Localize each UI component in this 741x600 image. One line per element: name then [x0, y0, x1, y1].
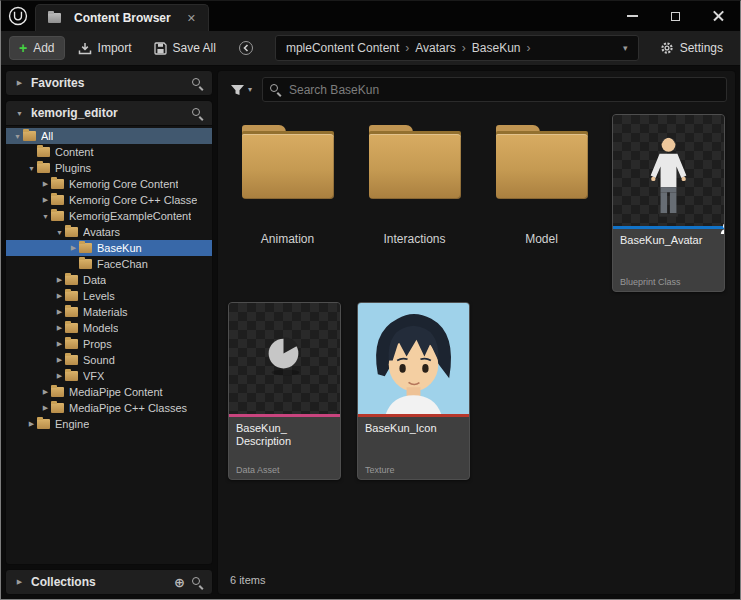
search-icon[interactable]: [191, 77, 204, 90]
import-button[interactable]: Import: [69, 37, 141, 59]
close-button[interactable]: [697, 1, 740, 31]
content-browser-tab-icon: [48, 13, 61, 23]
folder-icon: [493, 124, 591, 200]
chevron-right-icon[interactable]: [54, 308, 65, 316]
add-button-label: Add: [33, 41, 54, 55]
chevron-right-icon[interactable]: [68, 244, 79, 252]
folder-tile-animation[interactable]: Animation: [224, 114, 351, 246]
chevron-down-icon[interactable]: [14, 110, 25, 117]
asset-card-basekun-avatar[interactable]: BaseKun_Avatar Blueprint Class: [612, 114, 725, 292]
tree-item-engine[interactable]: Engine: [6, 416, 212, 432]
asset-thumbnail: [358, 303, 469, 414]
tree-item-content[interactable]: Content: [6, 144, 212, 160]
back-arrow-icon: [238, 41, 254, 55]
window-controls: [611, 1, 740, 31]
tree-item-vfx[interactable]: VFX: [6, 368, 212, 384]
chevron-right-icon[interactable]: [54, 292, 65, 300]
breadcrumb-dropdown-icon[interactable]: [619, 43, 632, 53]
search-icon[interactable]: [191, 107, 204, 120]
asset-name: BaseKun_Icon: [365, 422, 462, 435]
tree-item-kemorig-core-cpp[interactable]: Kemorig Core C++ Classe: [6, 192, 212, 208]
chevron-right-icon[interactable]: [14, 79, 25, 87]
collections-header[interactable]: Collections ⊕: [5, 569, 213, 595]
breadcrumb-separator-icon: [403, 41, 411, 55]
add-collection-icon[interactable]: ⊕: [174, 576, 185, 589]
save-all-button-label: Save All: [173, 41, 216, 55]
chevron-right-icon[interactable]: [54, 276, 65, 284]
asset-card-basekun-description[interactable]: BaseKun_ Description Data Asset: [228, 302, 341, 480]
back-button[interactable]: [229, 37, 263, 59]
folder-tile-model[interactable]: Model: [478, 114, 605, 246]
chevron-down-icon[interactable]: [40, 213, 51, 220]
maximize-button[interactable]: [654, 1, 697, 31]
title-bar: Content Browser ✕: [1, 1, 740, 31]
chevron-right-icon[interactable]: [40, 180, 51, 188]
search-icon[interactable]: [191, 576, 204, 589]
chevron-down-icon[interactable]: [26, 165, 37, 172]
asset-view-panel: Animation Interactions Model: [217, 70, 736, 595]
status-bar: 6 items: [218, 568, 735, 594]
chevron-down-icon[interactable]: [12, 133, 23, 140]
chevron-down-icon[interactable]: [54, 229, 65, 236]
tree-item-mediapipe-content[interactable]: MediaPipe Content: [6, 384, 212, 400]
tree-item-kemorig-core-content[interactable]: Kemorig Core Content: [6, 176, 212, 192]
tree-item-avatars[interactable]: Avatars: [6, 224, 212, 240]
filter-button[interactable]: [226, 81, 256, 99]
chevron-right-icon[interactable]: [40, 404, 51, 412]
chevron-right-icon[interactable]: [26, 420, 37, 428]
unreal-logo-icon[interactable]: [1, 1, 35, 31]
tree-item-sound[interactable]: Sound: [6, 352, 212, 368]
tree-item-plugins[interactable]: Plugins: [6, 160, 212, 176]
folder-icon: [65, 371, 78, 381]
save-icon: [154, 42, 167, 55]
source-label: kemorig_editor: [31, 106, 118, 120]
tree-item-materials[interactable]: Materials: [6, 304, 212, 320]
asset-search: [262, 77, 727, 102]
save-all-button[interactable]: Save All: [145, 37, 225, 59]
settings-button[interactable]: Settings: [651, 37, 732, 59]
tree-item-facechan[interactable]: FaceChan: [6, 256, 212, 272]
asset-type: Texture: [365, 465, 462, 475]
chevron-right-icon[interactable]: [14, 578, 25, 586]
sources-header[interactable]: kemorig_editor: [6, 101, 212, 126]
folder-tile-interactions[interactable]: Interactions: [351, 114, 478, 246]
breadcrumb-item-content[interactable]: mpleContent Content: [282, 41, 403, 55]
folder-icon: [65, 339, 78, 349]
asset-name: BaseKun_ Description: [236, 422, 333, 448]
breadcrumb-item-avatars[interactable]: Avatars: [411, 41, 459, 55]
tab-close-icon[interactable]: ✕: [187, 12, 196, 25]
asset-grid-row-2: BaseKun_ Description Data Asset: [228, 302, 731, 480]
chevron-right-icon[interactable]: [54, 372, 65, 380]
breadcrumb-item-basekun[interactable]: BaseKun: [468, 41, 525, 55]
asset-type: Blueprint Class: [620, 277, 717, 287]
search-input[interactable]: [287, 82, 720, 98]
tree-item-props[interactable]: Props: [6, 336, 212, 352]
import-icon: [78, 42, 92, 55]
funnel-icon: [230, 84, 245, 96]
chevron-down-icon: [248, 85, 252, 94]
filter-row: [218, 71, 735, 106]
asset-thumbnail: [613, 115, 724, 226]
favorites-header[interactable]: Favorites: [5, 70, 213, 96]
tree-item-models[interactable]: Models: [6, 320, 212, 336]
tab-content-browser[interactable]: Content Browser ✕: [35, 4, 209, 31]
tree-item-mediapipe-cpp[interactable]: MediaPipe C++ Classes: [6, 400, 212, 416]
tree-item-data[interactable]: Data: [6, 272, 212, 288]
chevron-right-icon[interactable]: [54, 340, 65, 348]
item-count: 6 items: [230, 574, 265, 586]
add-button[interactable]: + Add: [9, 36, 65, 60]
minimize-button[interactable]: [611, 1, 654, 31]
chevron-right-icon[interactable]: [40, 196, 51, 204]
chevron-right-icon[interactable]: [54, 324, 65, 332]
folder-icon: [65, 275, 78, 285]
tree-item-basekun[interactable]: BaseKun: [6, 240, 212, 256]
settings-button-label: Settings: [680, 41, 723, 55]
chevron-right-icon[interactable]: [54, 356, 65, 364]
tree-item-all[interactable]: All: [6, 128, 212, 144]
chevron-right-icon[interactable]: [40, 388, 51, 396]
folder-icon: [51, 211, 64, 221]
asset-name: BaseKun_Avatar: [620, 234, 717, 247]
asset-card-basekun-icon[interactable]: BaseKun_Icon Texture: [357, 302, 470, 480]
tree-item-kemorig-example-content[interactable]: KemorigExampleContent: [6, 208, 212, 224]
tree-item-levels[interactable]: Levels: [6, 288, 212, 304]
